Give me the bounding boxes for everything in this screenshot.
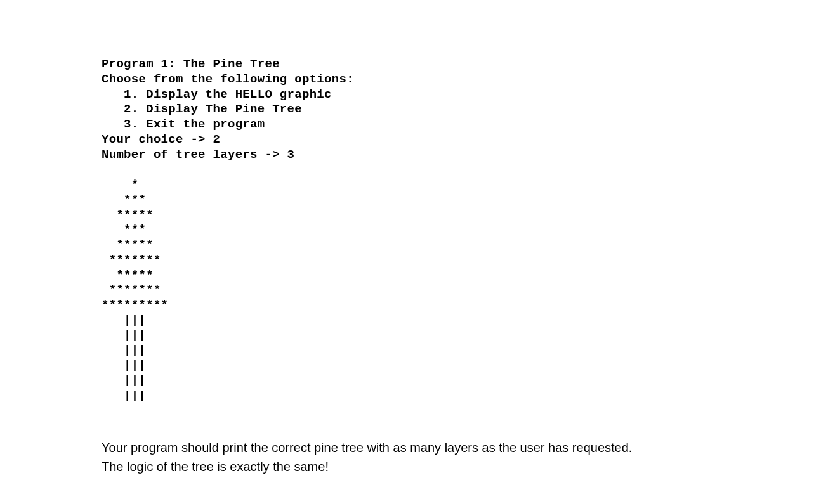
code-line: ||| [102,389,146,403]
paragraph-line: The logic of the tree is exactly the sam… [102,457,814,476]
instruction-paragraph: Your program should print the correct pi… [102,438,814,476]
code-line: ***** [102,238,154,252]
code-line: *** [102,223,146,236]
code-line: 2. Display The Pine Tree [102,102,302,116]
code-line: ******* [102,283,161,297]
code-line: ||| [102,313,146,327]
code-line: ||| [102,328,146,342]
code-line: Program 1: The Pine Tree [102,57,280,71]
code-line: Your choice -> 2 [102,132,220,146]
code-line: ********* [102,298,168,312]
code-line: * [102,178,139,191]
code-line: ||| [102,373,146,387]
code-line: Choose from the following options: [102,72,354,86]
code-line: ||| [102,358,146,372]
code-line: ***** [102,208,154,222]
paragraph-line: Your program should print the correct pi… [102,438,814,457]
code-line: 1. Display the HELLO graphic [102,87,332,101]
code-line: 3. Exit the program [102,117,265,131]
code-line: ||| [102,343,146,357]
code-line: ******* [102,253,161,267]
code-line: *** [102,193,146,207]
program-output: Program 1: The Pine Tree Choose from the… [102,57,814,403]
code-line: ***** [102,268,154,282]
code-line: Number of tree layers -> 3 [102,148,294,162]
